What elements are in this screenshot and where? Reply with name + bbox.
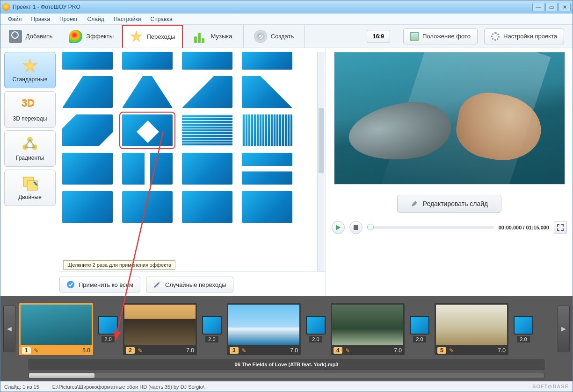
transition-thumb[interactable] [62, 153, 113, 185]
random-transitions-button[interactable]: Случайные переходы [146, 277, 233, 292]
titlebar: Проект 1 - ФотоШОУ PRO — ▭ ✕ [0, 0, 573, 14]
transition-chip[interactable]: 2.0 [201, 316, 223, 342]
menu-project[interactable]: Проект [55, 14, 83, 24]
doubles-icon [22, 175, 38, 192]
slide-index: 4 [334, 347, 342, 354]
transition-thumb[interactable] [122, 153, 173, 185]
preview-canvas [332, 52, 567, 185]
photo-position-button[interactable]: Положение фото [403, 29, 478, 44]
pencil-icon: ✎ [241, 347, 247, 354]
slide-card-4[interactable]: 4 ✎ 7.0 [331, 303, 405, 355]
transition-thumb[interactable] [182, 191, 232, 223]
timeline-next-button[interactable]: ► [558, 306, 570, 352]
maximize-button[interactable]: ▭ [545, 3, 558, 11]
slide-card-2[interactable]: 2 ✎ 7.0 [123, 303, 197, 355]
tab-transitions[interactable]: Переходы [122, 25, 183, 48]
slide-index: 1 [22, 347, 31, 354]
tab-effects[interactable]: Эффекты [61, 25, 122, 48]
transition-thumb[interactable] [242, 52, 292, 70]
play-button[interactable] [332, 221, 345, 234]
slide-card-5[interactable]: 5 ✎ 7.0 [435, 303, 508, 355]
category-doubles[interactable]: Двойные [4, 170, 56, 206]
transition-thumb[interactable] [182, 114, 232, 146]
transition-thumb[interactable] [62, 76, 113, 108]
transition-thumb[interactable] [182, 153, 232, 185]
transitions-grid-wrap: Щелкните 2 раза для применения эффекта [60, 52, 326, 272]
transition-thumb[interactable] [242, 191, 292, 223]
stop-button[interactable] [349, 221, 363, 234]
slide-index: 5 [437, 347, 446, 354]
menu-settings[interactable]: Настройки [109, 14, 146, 24]
transition-chip[interactable]: 2.0 [97, 316, 119, 342]
edit-slide-button[interactable]: Редактировать слайд [397, 195, 502, 213]
status-slide-counter: Слайд: 1 из 15 [4, 384, 39, 390]
svg-marker-11 [336, 225, 341, 230]
timeline-scrollbar[interactable] [29, 373, 544, 378]
transition-thumb[interactable] [62, 191, 113, 223]
menu-slide[interactable]: Слайд [83, 14, 109, 24]
svg-point-9 [154, 283, 155, 284]
category-3d[interactable]: 3D 3D переходы [4, 91, 56, 128]
tab-effects-label: Эффекты [86, 33, 114, 40]
slides-row: 1 ✎ 5.0 2.0 2 ✎ 7.0 [19, 303, 535, 355]
transition-thumb-selected[interactable] [122, 114, 173, 146]
menu-file[interactable]: Файл [3, 14, 27, 24]
vertical-scrollbar[interactable] [317, 52, 325, 271]
category-standard[interactable]: Стандартные [4, 52, 56, 88]
audio-track[interactable]: 06 The Fields of Love (ATB feat. York).m… [29, 359, 544, 370]
transition-duration: 2.0 [205, 336, 218, 342]
playback-slider[interactable] [367, 226, 494, 229]
transition-thumb[interactable] [62, 52, 113, 70]
star-icon [22, 57, 38, 74]
preview-panel: Редактировать слайд 00:00.000 / 01:15.00… [326, 48, 573, 296]
slide-card-1[interactable]: 1 ✎ 5.0 [19, 303, 93, 355]
category-3d-label: 3D переходы [13, 115, 47, 122]
slide-duration: 7.0 [394, 347, 402, 354]
transition-duration: 2.0 [413, 336, 426, 342]
menu-help[interactable]: Справка [145, 14, 177, 24]
transition-chip[interactable]: 2.0 [512, 316, 535, 342]
slide-thumb [435, 303, 508, 346]
transition-thumb[interactable] [122, 52, 173, 70]
star-icon [130, 30, 143, 43]
project-settings-button[interactable]: Настройки проекта [484, 29, 564, 44]
tab-music[interactable]: Музыка [183, 25, 244, 48]
transition-thumb[interactable] [122, 191, 173, 223]
menu-edit[interactable]: Правка [27, 14, 55, 24]
transition-chip[interactable]: 2.0 [408, 316, 431, 342]
transition-duration: 2.0 [102, 336, 114, 342]
minimize-button[interactable]: — [532, 3, 544, 11]
transition-thumb[interactable] [242, 114, 292, 146]
transition-thumb[interactable] [182, 52, 232, 70]
apply-all-button[interactable]: Применить ко всем [59, 277, 140, 292]
transition-thumb[interactable] [122, 76, 173, 108]
transition-thumb[interactable] [62, 114, 113, 146]
pencil-icon: ✎ [345, 347, 350, 354]
timeline-prev-button[interactable]: ◄ [3, 306, 15, 352]
toolbar-right: 16:9 Положение фото Настройки проекта [358, 25, 573, 48]
close-button[interactable]: ✕ [558, 3, 571, 11]
tab-add[interactable]: Добавить [0, 25, 61, 48]
transition-thumb[interactable] [242, 76, 292, 108]
tab-create[interactable]: Создать [244, 25, 305, 48]
preview-image [334, 52, 565, 185]
aspect-ratio-button[interactable]: 16:9 [367, 30, 390, 43]
random-label: Случайные переходы [165, 281, 226, 288]
category-doubles-label: Двойные [18, 194, 42, 200]
transition-duration: 2.0 [309, 336, 322, 342]
slide-card-3[interactable]: 3 ✎ 7.0 [227, 303, 301, 355]
playback-controls: 00:00.000 / 01:15.000 [332, 219, 567, 239]
palette-icon [69, 30, 82, 43]
transition-thumb[interactable] [182, 76, 232, 108]
fullscreen-button[interactable] [554, 221, 567, 234]
transition-chip[interactable]: 2.0 [305, 316, 327, 342]
svg-point-8 [159, 281, 160, 283]
tab-music-label: Музыка [211, 33, 232, 40]
transition-thumb[interactable] [242, 153, 292, 185]
gradients-icon [22, 136, 38, 153]
category-list: Стандартные 3D 3D переходы Градиенты [4, 52, 56, 272]
tab-create-label: Создать [271, 33, 294, 40]
category-gradients[interactable]: Градиенты [4, 130, 56, 167]
pencil-icon: ✎ [138, 347, 143, 354]
slide-thumb [227, 303, 301, 346]
